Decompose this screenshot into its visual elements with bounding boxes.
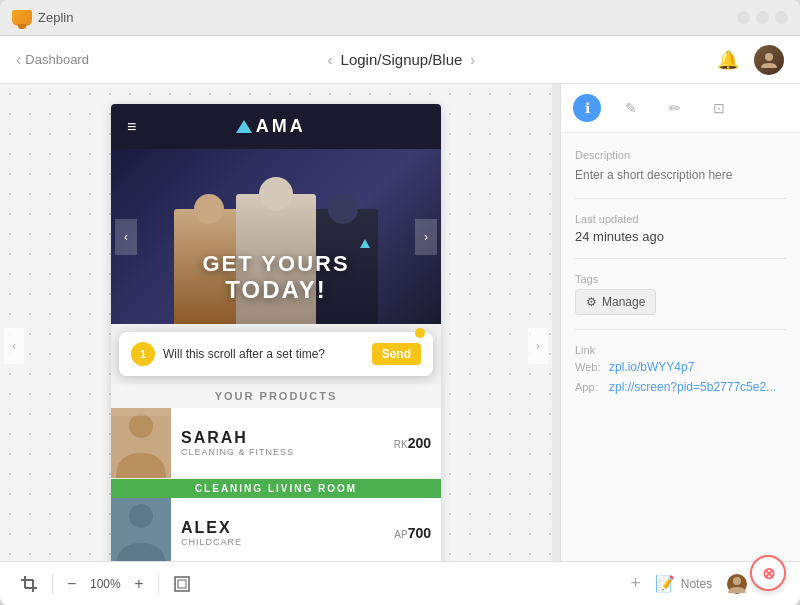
app-logo: Zeplin [12, 10, 73, 26]
tab-pencil[interactable]: ✏ [661, 94, 689, 122]
canvas-nav-right[interactable]: › [528, 328, 548, 364]
help-button[interactable]: ⊗ [750, 555, 786, 591]
right-panel: ℹ ✎ ✏ ⊡ Description Last updated [560, 84, 800, 561]
manage-label: Manage [602, 295, 645, 309]
app-link-label: App: [575, 381, 603, 393]
window-controls [737, 11, 788, 24]
code-icon: ⊡ [713, 100, 725, 116]
notes-area[interactable]: 📝 Notes [655, 574, 712, 593]
style-icon: ✎ [625, 100, 637, 116]
add-note-button[interactable]: + [626, 569, 645, 598]
back-chevron: ‹ [16, 51, 21, 69]
zoom-in-button[interactable]: + [130, 571, 147, 597]
svg-rect-3 [111, 408, 171, 416]
hero-image: GET YOURS TODAY! ‹ › [111, 149, 441, 324]
separator-1 [52, 574, 53, 594]
price-value-sarah: 200 [408, 435, 431, 451]
product-avatar-sarah [111, 408, 171, 478]
fit-screen-icon [173, 575, 191, 593]
nav-chevron-left[interactable]: ‹ [328, 51, 333, 68]
user-avatar[interactable] [754, 45, 784, 75]
svg-rect-6 [21, 579, 33, 581]
alex-avatar-img [111, 498, 171, 561]
gear-icon: ⚙ [586, 295, 597, 309]
svg-rect-11 [178, 580, 186, 588]
divider-1 [575, 198, 786, 199]
app-link-value[interactable]: zpl://screen?pid=5b2777c5e2... [609, 380, 776, 394]
hero-next-btn[interactable]: › [415, 219, 437, 255]
close-btn[interactable] [775, 11, 788, 24]
svg-point-0 [765, 53, 773, 61]
product-price-alex: AP700 [394, 525, 441, 541]
tab-code[interactable]: ⊡ [705, 94, 733, 122]
product-name-alex: ALEX [181, 519, 384, 537]
product-sub-sarah: CLEANING & FITNESS [181, 447, 384, 457]
web-link-label: Web: [575, 361, 603, 373]
page-title: Login/Signup/Blue [341, 51, 463, 68]
description-label: Description [575, 149, 786, 161]
notes-avatar-button[interactable] [722, 569, 752, 599]
hero-line1: GET YOURS [202, 252, 349, 276]
svg-rect-7 [24, 576, 26, 588]
canvas-scrollbar[interactable] [552, 84, 560, 561]
product-info-alex: ALEX CHILDCARE [171, 511, 394, 555]
svg-point-5 [129, 504, 153, 528]
tab-info[interactable]: ℹ [573, 94, 601, 122]
phone-header: ≡ AMA [111, 104, 441, 149]
divider-2 [575, 258, 786, 259]
last-updated-label: Last updated [575, 213, 786, 225]
svg-rect-8 [25, 587, 37, 589]
product-price-sarah: RK200 [394, 435, 441, 451]
notes-icon: 📝 [655, 574, 675, 593]
price-prefix-alex: AP [394, 529, 407, 540]
product-item-sarah: SARAH CLEANING & FITNESS RK200 [111, 408, 441, 479]
main-content: ‹ ≡ AMA [0, 84, 800, 561]
title-bar: Zeplin [0, 0, 800, 36]
zoom-level: 100% [86, 577, 124, 591]
manage-tags-button[interactable]: ⚙ Manage [575, 289, 656, 315]
product-sub-alex: CHILDCARE [181, 537, 384, 547]
help-icon: ⊗ [762, 564, 775, 583]
sarah-avatar-img [111, 408, 171, 478]
tab-style[interactable]: ✎ [617, 94, 645, 122]
phone-logo: AMA [236, 116, 306, 137]
chat-send-button[interactable]: Send [372, 343, 421, 365]
nav-right: 🔔 [714, 45, 784, 75]
tags-label: Tags [575, 273, 786, 285]
web-link-row: Web: zpl.io/bWYY4p7 [575, 360, 786, 374]
notes-label: Notes [681, 577, 712, 591]
info-icon: ℹ [585, 100, 590, 116]
chat-notification-dot [415, 328, 425, 338]
maximize-btn[interactable] [756, 11, 769, 24]
crop-tool-button[interactable] [16, 571, 42, 597]
notification-bell[interactable]: 🔔 [714, 46, 742, 74]
fit-to-screen-button[interactable] [169, 571, 195, 597]
cleaning-banner: CLEANING LIVING ROOM [111, 479, 441, 498]
bottom-toolbar: − 100% + + 📝 Notes ▼ [0, 561, 800, 605]
phone-mockup: ≡ AMA [111, 104, 441, 561]
app-link-row: App: zpl://screen?pid=5b2777c5e2... [575, 380, 786, 394]
canvas-nav-left[interactable]: ‹ [4, 328, 24, 364]
zoom-out-button[interactable]: − [63, 571, 80, 597]
nav-chevron-right[interactable]: › [470, 51, 475, 68]
link-label: Link [575, 344, 786, 356]
notes-avatar-icon [726, 573, 748, 595]
web-link-value[interactable]: zpl.io/bWYY4p7 [609, 360, 694, 374]
nav-center: ‹ Login/Signup/Blue › [89, 51, 714, 68]
app-title: Zeplin [38, 10, 73, 25]
description-input[interactable] [575, 166, 786, 184]
product-item-alex: ALEX CHILDCARE AP700 [111, 498, 441, 561]
minimize-btn[interactable] [737, 11, 750, 24]
separator-2 [158, 574, 159, 594]
hero-prev-btn[interactable]: ‹ [115, 219, 137, 255]
pencil-icon: ✏ [669, 100, 681, 116]
product-name-sarah: SARAH [181, 429, 384, 447]
avatar-icon [759, 50, 779, 70]
hamburger-icon[interactable]: ≡ [127, 118, 136, 136]
panel-content: Description Last updated 24 minutes ago … [561, 133, 800, 561]
hero-text: GET YOURS TODAY! [202, 252, 349, 304]
svg-point-2 [129, 414, 153, 438]
zoom-controls: − 100% + [63, 571, 148, 597]
svg-rect-10 [175, 577, 189, 591]
back-button[interactable]: ‹ Dashboard [16, 51, 89, 69]
